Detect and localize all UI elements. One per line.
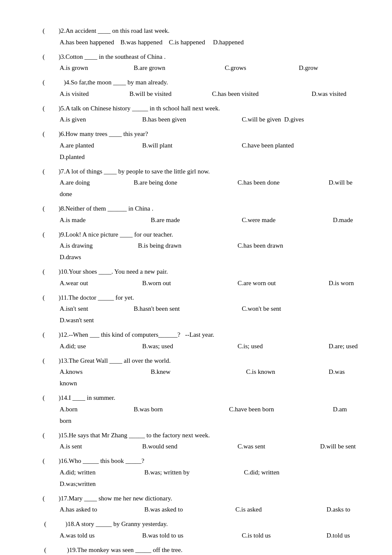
q15-optB: B.would send bbox=[142, 441, 232, 452]
q10-optB: B.worn out bbox=[142, 278, 232, 289]
q11-options: A.isn't sent B.hasn't been sent C.won't … bbox=[43, 303, 358, 326]
question-19: ( )19.The monkey was seen _____ off the … bbox=[43, 545, 358, 555]
q5-text: )5.A talk on Chinese history _____ in th… bbox=[55, 103, 358, 114]
q4-optC: C.has been visited bbox=[212, 88, 306, 100]
q13-optC: C.is known bbox=[246, 366, 323, 378]
q4-optB: B.will be visited bbox=[130, 88, 206, 100]
question-14: ( )14.I ____ in summer. A.born B.was bor… bbox=[43, 393, 358, 427]
q17-optB: B.was asked to bbox=[144, 504, 230, 515]
question-13: ( )13.The Great Wall ____ all over the w… bbox=[43, 356, 358, 390]
q5-options: A.is given B.has been given C.will be gi… bbox=[43, 114, 358, 125]
q11-optB: B.hasn't been sent bbox=[134, 303, 236, 315]
q11-optA: A.isn't sent bbox=[60, 303, 128, 315]
question-10: ( )10.Your shoes ____. You need a new pa… bbox=[43, 266, 358, 289]
question-4: ( )4.So far,the moon ____ by man already… bbox=[43, 77, 358, 100]
q14-text: )14.I ____ in summer. bbox=[55, 393, 358, 404]
question-6: ( )6.How many trees ____ this year? A.ar… bbox=[43, 129, 358, 163]
q18-optA: A.was told us bbox=[60, 530, 136, 541]
q4-optD: D.was visited bbox=[311, 90, 346, 97]
q4-options: A.is visited B.will be visited C.has bee… bbox=[43, 88, 358, 100]
q5-optC: C.will be given D.gives bbox=[242, 116, 304, 123]
q6-text: )6.How many trees ____ this year? bbox=[55, 129, 358, 140]
q10-optD: D.is worn bbox=[329, 280, 354, 286]
q15-options: A.is sent B.would send C.was sent D.will… bbox=[43, 441, 358, 452]
q8-text: )8.Neither of them ______ in China . bbox=[55, 203, 358, 214]
q6-optC: C.have been planted bbox=[242, 140, 336, 151]
q3-optB: B.are grown bbox=[134, 62, 219, 74]
q8-optC: C.were made bbox=[242, 214, 327, 226]
q10-optC: C.are worn out bbox=[238, 278, 323, 289]
q6-optA: A.are planted bbox=[60, 140, 136, 151]
q6-optD: D.planted bbox=[60, 153, 85, 160]
q11-text: )11.The doctor _____ for yet. bbox=[55, 292, 358, 304]
q9-text: )9.Look! A nice picture ____ for our tea… bbox=[55, 229, 358, 240]
q16-optA: A.did; written bbox=[60, 467, 138, 478]
q17-options: A.has asked to B.was asked to C.is asked… bbox=[43, 504, 358, 515]
q17-text: )17.Mary ____ show me her new dictionary… bbox=[55, 493, 358, 504]
q7-paren: ( bbox=[43, 166, 55, 177]
q14-optC: C.have been born bbox=[229, 404, 327, 415]
q13-options: A.knows B.knew C.is known D.was known bbox=[43, 366, 358, 389]
q11-optC: C.won't be sent bbox=[242, 303, 331, 315]
q9-optD: D.draws bbox=[60, 254, 81, 260]
q4-optA: A.is visited bbox=[60, 88, 124, 100]
q16-optC: C.did; written bbox=[244, 467, 323, 478]
q6-options: A.are planted B.will plant C.have been p… bbox=[43, 140, 358, 163]
q2-options: A.has been happened B.was happened C.is … bbox=[43, 37, 358, 48]
q8-optB: B.are made bbox=[151, 214, 236, 226]
q18-optD: D.told us bbox=[326, 532, 350, 539]
q7-text: )7.A lot of things ____ by people to sav… bbox=[55, 166, 358, 177]
q18-optB: B.was told to us bbox=[142, 530, 236, 541]
q10-paren: ( bbox=[43, 266, 55, 278]
q18-text: )18.A story _____ by Granny yesterday. bbox=[55, 519, 358, 530]
q2-paren: ( bbox=[43, 26, 55, 37]
q9-options: A.is drawing B.is being drawn C.has been… bbox=[43, 240, 358, 263]
q5-paren: ( bbox=[43, 103, 55, 114]
q16-optB: B.was; written by bbox=[144, 467, 238, 478]
question-11: ( )11.The doctor _____ for yet. A.isn't … bbox=[43, 292, 358, 327]
q17-paren: ( bbox=[43, 493, 55, 504]
q15-optC: C.was sent bbox=[238, 441, 314, 452]
q16-text: )16.Who _____ this book _____? bbox=[55, 456, 358, 467]
question-18: ( )18.A story _____ by Granny yesterday.… bbox=[43, 519, 358, 541]
q15-paren: ( bbox=[43, 430, 55, 441]
q4-text: )4.So far,the moon ____ by man already. bbox=[55, 77, 358, 88]
q13-optB: B.knew bbox=[151, 366, 240, 378]
q11-optD: D.wasn't sent bbox=[60, 317, 94, 324]
q14-optB: B.was born bbox=[134, 404, 223, 415]
q7-options: A.are doing B.are being done C.has been … bbox=[43, 177, 358, 200]
q3-optA: A.is grown bbox=[60, 62, 128, 74]
question-17: ( )17.Mary ____ show me her new dictiona… bbox=[43, 493, 358, 516]
q16-optD: D.was;written bbox=[60, 480, 96, 487]
q13-text: )13.The Great Wall ____ all over the wor… bbox=[55, 356, 358, 367]
question-7: ( )7.A lot of things ____ by people to s… bbox=[43, 166, 358, 200]
q12-optA: A.did; use bbox=[60, 341, 136, 352]
q7-optC: C.has been done bbox=[238, 177, 323, 188]
q5-optA: A.is given bbox=[60, 114, 136, 125]
q11-paren: ( bbox=[43, 292, 55, 304]
q15-optA: A.is sent bbox=[60, 441, 136, 452]
q2-text: )2.An accident ____ on this road last we… bbox=[55, 26, 358, 37]
q9-optA: A.is drawing bbox=[60, 240, 132, 251]
exam-content: ( )2.An accident ____ on this road last … bbox=[43, 26, 358, 555]
question-2: ( )2.An accident ____ on this road last … bbox=[43, 26, 358, 48]
q9-paren: ( bbox=[43, 229, 55, 240]
question-12: ( )12.--When ___ this kind of computers_… bbox=[43, 330, 358, 352]
q8-options: A.is made B.are made C.were made D.made bbox=[43, 214, 358, 226]
q7-optA: A.are doing bbox=[60, 177, 128, 188]
q10-options: A.wear out B.worn out C.are worn out D.i… bbox=[43, 278, 358, 289]
question-16: ( )16.Who _____ this book _____? A.did; … bbox=[43, 456, 358, 490]
q6-paren: ( bbox=[43, 129, 55, 140]
question-5: ( )5.A talk on Chinese history _____ in … bbox=[43, 103, 358, 126]
q3-optD: D.grow bbox=[299, 64, 318, 71]
q14-paren: ( bbox=[43, 393, 55, 404]
q12-optB: B.was; used bbox=[142, 341, 232, 352]
q10-optA: A.wear out bbox=[60, 278, 136, 289]
q18-optC: C.is told us bbox=[242, 530, 321, 541]
q3-paren: ( bbox=[43, 52, 55, 63]
q3-options: A.is grown B.are grown C.grows D.grow bbox=[43, 62, 358, 74]
question-15: ( )15.He says that Mr Zhang _____ to the… bbox=[43, 430, 358, 453]
q9-optC: C.has been drawn bbox=[238, 240, 331, 251]
q14-options: A.born B.was born C.have been born D.am … bbox=[43, 404, 358, 427]
q12-optC: C.is; used bbox=[238, 341, 323, 352]
